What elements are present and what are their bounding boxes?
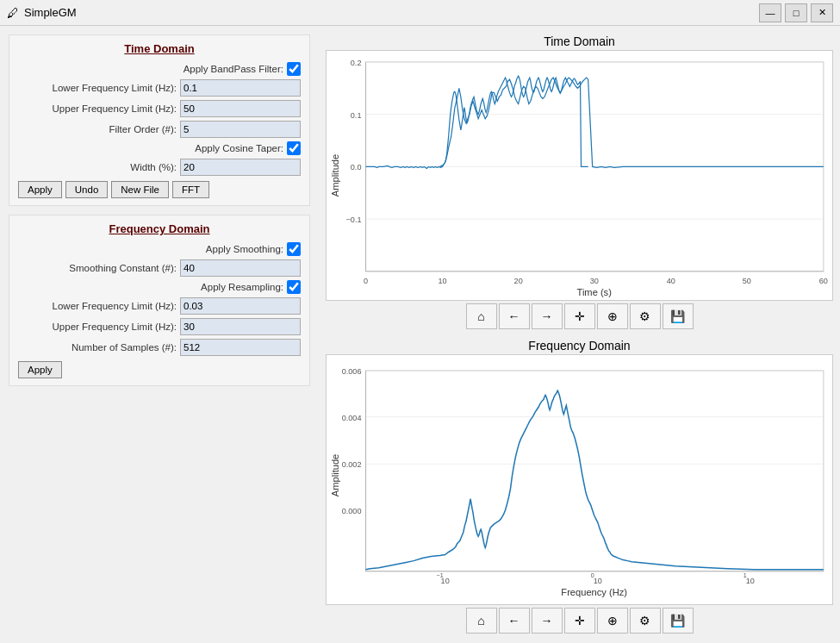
apply-resampling-row: Apply Resampling:: [18, 280, 301, 294]
fft-button[interactable]: FFT: [172, 181, 209, 198]
apply-smoothing-row: Apply Smoothing:: [18, 242, 301, 256]
freq-pan-button[interactable]: ✛: [564, 608, 595, 634]
lower-freq-row: Lower Frequency Limit (Hz):: [18, 79, 301, 97]
freq-domain-title: Frequency Domain: [18, 222, 301, 235]
minimize-button[interactable]: —: [759, 3, 781, 22]
time-domain-buttons: Apply Undo New File FFT: [18, 181, 301, 198]
time-chart-container: Amplitude 0.2 0.1 0.0 −0.1 0: [326, 50, 833, 301]
apply-bandpass-checkbox[interactable]: [287, 62, 301, 76]
filter-order-input[interactable]: [180, 121, 301, 138]
apply-resampling-checkbox[interactable]: [287, 280, 301, 294]
svg-text:Frequency (Hz): Frequency (Hz): [561, 587, 627, 597]
main-content: Time Domain Apply BandPass Filter: Lower…: [0, 26, 840, 643]
time-chart-title: Time Domain: [326, 33, 833, 50]
freq-chart-wrapper: Frequency Domain Amplitude 0.006 0.004 0…: [326, 337, 833, 636]
filter-order-row: Filter Order (#):: [18, 121, 301, 138]
num-samples-label: Number of Samples (#):: [18, 342, 180, 353]
settings-button[interactable]: ⚙: [630, 303, 661, 329]
svg-rect-20: [366, 371, 824, 571]
svg-text:Amplitude: Amplitude: [330, 454, 340, 496]
apply-button[interactable]: Apply: [18, 181, 62, 198]
svg-text:0: 0: [591, 572, 594, 579]
svg-text:Time (s): Time (s): [577, 287, 613, 297]
lower-freq-input[interactable]: [180, 79, 301, 97]
right-panel: Time Domain Amplitude 0.2 0.1 0.0: [319, 26, 840, 643]
zoom-button[interactable]: ⊕: [597, 303, 628, 329]
svg-text:−1: −1: [437, 572, 444, 579]
freq-lower-label: Lower Frequency Limit (Hz):: [18, 301, 180, 311]
title-bar-left: 🖊 SimpleGM: [7, 6, 77, 20]
svg-text:0.1: 0.1: [351, 111, 362, 120]
close-button[interactable]: ✕: [811, 3, 833, 22]
num-samples-input[interactable]: [180, 339, 301, 356]
pan-button[interactable]: ✛: [564, 303, 595, 329]
freq-save-button[interactable]: 💾: [663, 608, 694, 634]
smoothing-constant-label: Smoothing Constant (#):: [18, 263, 180, 273]
title-bar: 🖊 SimpleGM — □ ✕: [0, 0, 840, 26]
freq-chart-toolbar: ⌂ ← → ✛ ⊕ ⚙ 💾: [326, 605, 833, 636]
upper-freq-input[interactable]: [180, 100, 301, 117]
home-button[interactable]: ⌂: [466, 303, 497, 329]
freq-domain-buttons: Apply: [18, 361, 301, 378]
apply-smoothing-label: Apply Smoothing:: [18, 244, 287, 254]
apply-bandpass-row: Apply BandPass Filter:: [18, 62, 301, 76]
svg-text:−0.1: −0.1: [346, 215, 362, 224]
time-chart-wrapper: Time Domain Amplitude 0.2 0.1 0.0: [326, 33, 833, 332]
forward-button[interactable]: →: [532, 303, 563, 329]
svg-text:0: 0: [364, 277, 368, 285]
new-file-button[interactable]: New File: [111, 181, 169, 198]
svg-text:30: 30: [590, 277, 599, 285]
time-domain-chart: Amplitude 0.2 0.1 0.0 −0.1 0: [327, 51, 832, 300]
time-domain-section: Time Domain Apply BandPass Filter: Lower…: [9, 34, 310, 206]
freq-lower-input[interactable]: [180, 297, 301, 315]
freq-forward-button[interactable]: →: [532, 608, 563, 634]
svg-text:50: 50: [743, 277, 751, 285]
svg-text:0.000: 0.000: [342, 507, 362, 515]
width-row: Width (%):: [18, 159, 301, 176]
svg-text:0.002: 0.002: [342, 460, 362, 469]
back-button[interactable]: ←: [499, 303, 530, 329]
filter-order-label: Filter Order (#):: [18, 124, 180, 134]
apply-resampling-label: Apply Resampling:: [18, 282, 287, 292]
freq-chart-title: Frequency Domain: [326, 337, 833, 354]
upper-freq-row: Upper Frequency Limit (Hz):: [18, 100, 301, 117]
time-domain-title: Time Domain: [18, 42, 301, 55]
lower-freq-label: Lower Frequency Limit (Hz):: [18, 83, 180, 93]
freq-apply-button[interactable]: Apply: [18, 361, 62, 378]
smoothing-constant-input[interactable]: [180, 259, 301, 277]
upper-freq-label: Upper Frequency Limit (Hz):: [18, 103, 180, 114]
svg-text:40: 40: [667, 277, 675, 285]
svg-text:0.0: 0.0: [351, 163, 362, 172]
svg-text:60: 60: [819, 277, 828, 285]
undo-button[interactable]: Undo: [65, 181, 109, 198]
maximize-button[interactable]: □: [785, 3, 807, 22]
apply-cosine-row: Apply Cosine Taper:: [18, 141, 301, 155]
app-title: SimpleGM: [24, 6, 77, 19]
svg-text:20: 20: [514, 277, 523, 285]
width-label: Width (%):: [18, 162, 180, 172]
width-input[interactable]: [180, 159, 301, 176]
save-button[interactable]: 💾: [663, 303, 694, 329]
freq-domain-chart: Amplitude 0.006 0.004 0.002 0.000: [327, 355, 832, 604]
svg-text:10: 10: [746, 577, 755, 585]
app-icon: 🖊: [7, 6, 19, 20]
time-chart-toolbar: ⌂ ← → ✛ ⊕ ⚙ 💾: [326, 301, 833, 332]
apply-cosine-checkbox[interactable]: [287, 141, 301, 155]
apply-cosine-label: Apply Cosine Taper:: [18, 143, 287, 153]
left-panel: Time Domain Apply BandPass Filter: Lower…: [0, 26, 319, 643]
svg-text:10: 10: [594, 577, 602, 585]
freq-zoom-button[interactable]: ⊕: [597, 608, 628, 634]
svg-text:1: 1: [744, 572, 747, 579]
freq-home-button[interactable]: ⌂: [466, 608, 497, 634]
freq-upper-row: Upper Frequency Limit (Hz):: [18, 318, 301, 335]
freq-settings-button[interactable]: ⚙: [630, 608, 661, 634]
svg-text:0.004: 0.004: [342, 414, 362, 422]
title-bar-right: — □ ✕: [759, 3, 833, 22]
freq-chart-container: Amplitude 0.006 0.004 0.002 0.000: [326, 354, 833, 605]
freq-lower-row: Lower Frequency Limit (Hz):: [18, 297, 301, 315]
svg-text:10: 10: [439, 277, 447, 285]
freq-upper-input[interactable]: [180, 318, 301, 335]
freq-back-button[interactable]: ←: [499, 608, 530, 634]
apply-smoothing-checkbox[interactable]: [287, 242, 301, 256]
num-samples-row: Number of Samples (#):: [18, 339, 301, 356]
